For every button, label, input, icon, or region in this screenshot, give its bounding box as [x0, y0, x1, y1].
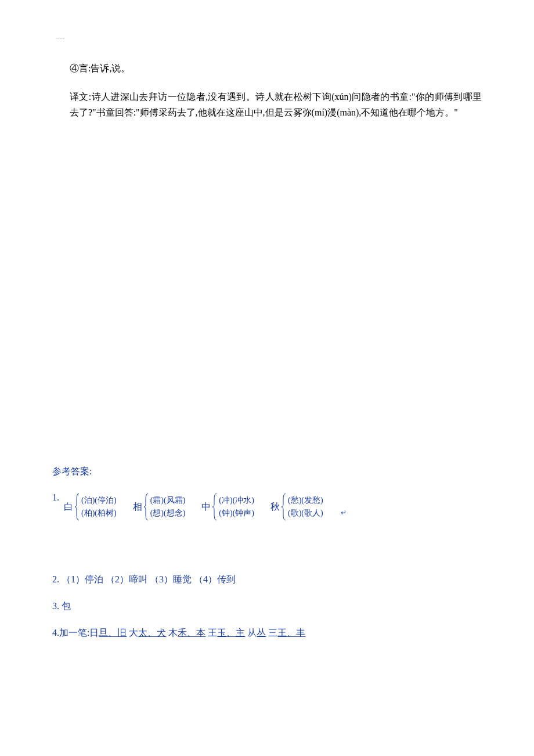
left-brace-icon — [143, 492, 150, 521]
answer-4-u1: 太、犬 — [138, 628, 166, 638]
answer-1-number: 1. — [52, 492, 59, 503]
paragraph-note-4: ④言:告诉,说。 — [70, 60, 482, 77]
translation-paragraph: 译文:诗人进深山去拜访一位隐者,没有遇到。诗人就在松树下询(xún)问隐者的书童… — [70, 89, 482, 120]
brace-item: (霜)(风霜) — [150, 494, 186, 507]
brace-label: 秋 — [270, 501, 280, 513]
brace-item: (柏)(柏树) — [81, 507, 117, 520]
answer-4-u3: 玉、主 — [217, 628, 245, 638]
answer-2: 2. （1）停泊 （2）啼叫 （3）睡觉 （4）传到 — [52, 574, 482, 586]
ellipsis-dots: …… — [55, 35, 482, 40]
answer-heading: 参考答案: — [52, 466, 482, 478]
brace-items: (霜)(风霜) (想)(想念) — [150, 494, 186, 520]
brace-group-2: 中 (冲)(冲水) (钟)(钟声) — [201, 492, 254, 521]
answer-4-p4: 三 — [266, 628, 277, 638]
brace-label: 白 — [64, 501, 73, 513]
brace-item: (冲)(冲水) — [219, 494, 254, 507]
answer-3: 3. 包 — [52, 600, 482, 613]
answer-4-p2: 王 — [205, 628, 217, 638]
answer-1: 1. 白 (泊)(停泊) (柏)(柏树) 相 (霜)(风霜) (想)(想念) 中 — [52, 492, 482, 521]
spacer — [52, 120, 482, 466]
answer-4-prefix: 4.加一笔:日 — [52, 628, 99, 638]
brace-group-0: 白 (泊)(停泊) (柏)(柏树) — [64, 492, 117, 521]
brace-items: (冲)(冲水) (钟)(钟声) — [219, 494, 254, 520]
brace-label: 相 — [133, 501, 142, 513]
answer-4-u5: 王、丰 — [277, 628, 305, 638]
brace-group-3: 秋 (愁)(发愁) (歌)(歌人) — [270, 492, 323, 521]
brace-item: (钟)(钟声) — [219, 507, 254, 520]
answer-4-u0: 旦、旧 — [99, 628, 127, 638]
brace-item: (愁)(发愁) — [288, 494, 323, 507]
answer-4-u2: 禾、本 — [178, 628, 205, 638]
answer-4-p0: 大 — [127, 628, 138, 638]
brace-items: (泊)(停泊) (柏)(柏树) — [81, 494, 117, 520]
left-brace-icon — [212, 492, 219, 521]
brace-item: (泊)(停泊) — [81, 494, 117, 507]
brace-icon — [281, 492, 288, 521]
spacer — [52, 550, 482, 574]
left-brace-icon — [74, 492, 81, 521]
left-brace-icon — [281, 492, 288, 521]
brace-item: (想)(想念) — [150, 507, 186, 520]
brace-group-1: 相 (霜)(风霜) (想)(想念) — [133, 492, 186, 521]
brace-icon — [143, 492, 150, 521]
brace-label: 中 — [201, 501, 211, 513]
answer-4-p1: 木 — [166, 628, 178, 638]
answer-4-u4: 丛 — [257, 628, 266, 638]
enter-symbol-icon: ↵ — [341, 509, 347, 517]
brace-item: (歌)(歌人) — [288, 507, 323, 520]
answer-4-p3: 从 — [245, 628, 257, 638]
brace-items: (愁)(发愁) (歌)(歌人) — [288, 494, 323, 520]
answer-4: 4.加一笔:日旦、旧 大太、犬 木禾、本 王玉、主 从丛 三王、丰 — [52, 627, 482, 639]
brace-icon — [212, 492, 219, 521]
brace-icon — [74, 492, 81, 521]
